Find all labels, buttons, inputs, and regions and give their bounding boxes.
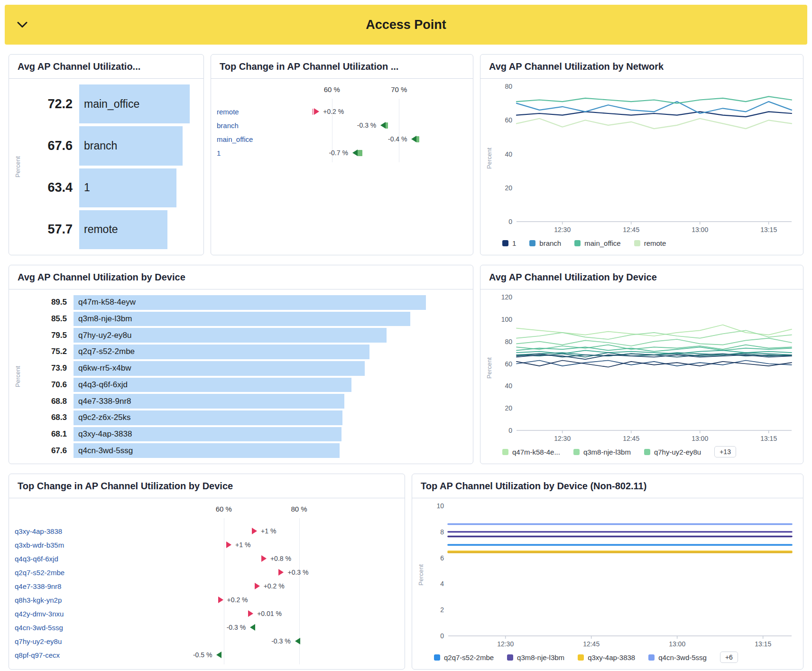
series-line: [517, 355, 792, 359]
line-chart-devices: Percent02040608010012012:3012:4513:0013:…: [480, 289, 803, 464]
bar-row: 67.6q4cn-3wd-5ssg: [23, 443, 463, 458]
network-link[interactable]: branch: [217, 121, 239, 129]
change-row: q7hy-uy2-ey8u-0.3 %: [9, 634, 405, 648]
bar: remote: [79, 210, 167, 249]
legend-item[interactable]: q4cn-3wd-5ssg: [648, 653, 707, 662]
change-value: +0.8 %: [270, 555, 291, 562]
increase-arrow: [314, 108, 319, 115]
change-value: -0.3 %: [271, 637, 290, 645]
legend-item[interactable]: remote: [634, 239, 666, 247]
device-link[interactable]: q42y-dmv-3nxu: [15, 609, 64, 617]
chevron-down-icon: [17, 22, 28, 28]
device-link[interactable]: q8h3-kgk-yn2p: [15, 596, 62, 604]
device-link[interactable]: main_office: [217, 135, 253, 143]
legend-item[interactable]: q3xy-4ap-3838: [578, 653, 635, 662]
legend-swatch: [502, 449, 508, 455]
increase-arrow: [278, 569, 284, 576]
panel-title: Avg AP Channel Utilization by Device: [9, 265, 473, 289]
x-tick-label: 12:45: [623, 435, 639, 442]
bar-row: 68.8q4e7-338-9nr8: [23, 394, 463, 409]
panel-title: Avg AP Channel Utilization by Network: [480, 55, 803, 79]
bar-value: 85.5: [23, 312, 67, 326]
row-1: Avg AP Channel Utilizatio... Percent72.2…: [9, 54, 803, 255]
legend-swatch: [573, 449, 580, 455]
device-link[interactable]: q8pf-q97-cecx: [15, 651, 60, 659]
line-chart-svg: 02040608012:3012:4513:0013:15: [495, 82, 798, 235]
bar-chart-devices: Percent89.5q47m-k58-4eyw85.5q3m8-nje-l3b…: [9, 289, 473, 464]
series-line: [517, 96, 792, 103]
series-line: [517, 347, 792, 351]
line-chart-svg: 02040608010012012:3012:4513:0013:15: [495, 292, 798, 444]
y-tick-label: 40: [505, 150, 512, 158]
legend: 1branchmain_officeremote: [483, 235, 798, 251]
bar-value: 75.2: [23, 345, 67, 359]
legend-item[interactable]: q7hy-uy2-ey8u: [644, 448, 701, 456]
legend-item[interactable]: q3m8-nje-l3bm: [573, 448, 631, 456]
change-value: +1 %: [261, 527, 276, 535]
axis-tick-label: 60 %: [216, 505, 232, 513]
bar-track: q3xy-4ap-3838: [74, 427, 463, 442]
bar-value: 67.6: [23, 443, 67, 458]
device-link[interactable]: q2q7-s52-2mbe: [15, 568, 65, 576]
legend-item[interactable]: 1: [502, 239, 516, 247]
legend-item[interactable]: q2q7-s52-2mbe: [434, 653, 494, 662]
bar-row: 79.5q7hy-uy2-ey8u: [23, 328, 463, 343]
network-link[interactable]: 1: [217, 149, 221, 157]
device-link[interactable]: q4q3-q6f-6xjd: [15, 554, 58, 562]
change-row: main_office-0.4 %: [211, 132, 473, 146]
y-tick-label: 60: [505, 360, 512, 368]
device-link[interactable]: q4e7-338-9nr8: [15, 582, 61, 590]
panel-avg-utilization-by-network: Avg AP Channel Utilization by Network Pe…: [480, 54, 803, 255]
collapse-section-button[interactable]: [13, 18, 31, 32]
line-chart-networks: Percent02040608012:3012:4513:0013:151bra…: [480, 79, 803, 255]
device-link[interactable]: q4cn-3wd-5ssg: [15, 623, 63, 631]
change-row: q3xb-wdr-b35m+1 %: [9, 538, 405, 551]
legend-swatch: [574, 240, 581, 246]
legend-item[interactable]: branch: [529, 239, 561, 247]
plot-area: 024681012:3012:4513:0013:15: [426, 501, 798, 649]
y-tick-label: 20: [505, 184, 512, 192]
legend-item[interactable]: q47m-k58-4e...: [502, 448, 560, 456]
bar-label: branch: [84, 140, 117, 152]
delta-bar: [386, 122, 388, 129]
legend-item[interactable]: q3m8-nje-l3bm: [507, 653, 564, 662]
bar-track: q4q3-q6f-6xjd: [74, 378, 463, 392]
bar-row: 63.41: [23, 168, 194, 207]
panel-title: Avg AP Channel Utilizatio...: [9, 55, 203, 79]
legend-overflow-badge[interactable]: +13: [714, 446, 736, 457]
bar-label: q47m-k58-4eyw: [78, 298, 136, 307]
legend-overflow-badge[interactable]: +6: [720, 652, 738, 663]
y-tick-label: 0: [440, 632, 444, 640]
bar-row: 57.7remote: [23, 210, 194, 249]
bar-value: 70.6: [23, 378, 67, 392]
axis-tick-label: 70 %: [391, 85, 407, 93]
bar-value: 67.6: [23, 126, 73, 165]
y-tick-label: 6: [440, 554, 444, 562]
chart-area: Percent02040608012:3012:4513:0013:15: [483, 82, 798, 235]
bar: q7hy-uy2-ey8u: [74, 328, 387, 343]
bar: q6kw-rr5-x4bw: [74, 361, 365, 376]
bar-row: 70.6q4q3-q6f-6xjd: [23, 378, 463, 392]
plot-area: 02040608010012012:3012:4513:0013:15: [495, 292, 798, 444]
x-tick-label: 12:30: [554, 226, 571, 233]
network-link[interactable]: remote: [217, 107, 239, 115]
bar-value: 73.9: [23, 361, 67, 376]
y-tick-label: 20: [505, 404, 512, 412]
bar-label: q6kw-rr5-x4bw: [78, 363, 131, 373]
change-value: +0.2 %: [227, 596, 248, 604]
device-link[interactable]: q3xb-wdr-b35m: [15, 541, 64, 549]
change-value: -0.3 %: [357, 121, 376, 129]
change-value: -0.5 %: [193, 651, 212, 659]
change-row: remote+0.2 %: [211, 104, 473, 118]
x-tick-label: 12:45: [623, 226, 639, 233]
section-header-banner: Access Point: [5, 5, 807, 45]
device-link[interactable]: q3xy-4ap-3838: [15, 527, 62, 535]
panel-title: Top Change in AP Channel Utilization by …: [9, 474, 405, 498]
device-link[interactable]: q7hy-uy2-ey8u: [15, 637, 62, 645]
increase-arrow: [255, 583, 260, 589]
legend-label: q2q7-s52-2mbe: [444, 653, 494, 662]
bar-row: 73.9q6kw-rr5-x4bw: [23, 361, 463, 376]
legend-item[interactable]: main_office: [574, 239, 620, 247]
y-tick-label: 10: [436, 502, 444, 510]
bar-rows: 72.2main_office67.6branch63.4157.7remote: [23, 84, 194, 249]
